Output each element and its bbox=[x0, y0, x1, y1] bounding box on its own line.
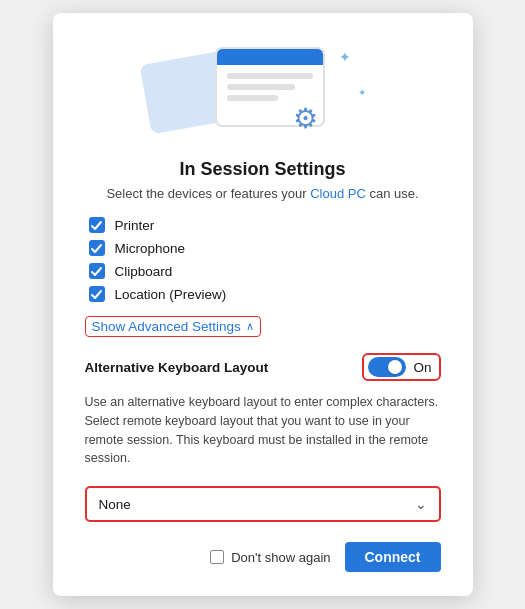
toggle-track bbox=[368, 357, 406, 377]
sparkle-icon: ✦ bbox=[339, 49, 351, 65]
show-advanced-label: Show Advanced Settings bbox=[92, 319, 241, 334]
checkbox-printer[interactable] bbox=[89, 217, 105, 233]
sparkle-icon: ✦ bbox=[358, 87, 366, 98]
gear-icon: ⚙ bbox=[293, 102, 318, 135]
checkbox-clipboard[interactable] bbox=[89, 263, 105, 279]
dropdown-inner[interactable]: None ⌄ bbox=[87, 488, 439, 520]
checkbox-label-clipboard: Clipboard bbox=[115, 264, 173, 279]
checkbox-location[interactable] bbox=[89, 286, 105, 302]
keyboard-layout-description: Use an alternative keyboard layout to en… bbox=[85, 393, 441, 468]
advanced-section: Alternative Keyboard Layout On Use an al… bbox=[85, 353, 441, 522]
dont-show-checkbox[interactable] bbox=[210, 550, 224, 564]
illus-line bbox=[227, 73, 313, 79]
toggle-label: On bbox=[413, 360, 431, 375]
subtitle-pre: Select the devices or features your bbox=[106, 186, 310, 201]
checkbox-label-printer: Printer bbox=[115, 218, 155, 233]
dialog-footer: Don't show again Connect bbox=[85, 542, 441, 572]
keyboard-layout-dropdown-container[interactable]: None ⌄ bbox=[85, 486, 441, 522]
checkbox-item-printer[interactable]: Printer bbox=[89, 217, 441, 233]
checkbox-label-location: Location (Preview) bbox=[115, 287, 227, 302]
checkbox-label-microphone: Microphone bbox=[115, 241, 186, 256]
illus-line bbox=[227, 84, 296, 90]
checkbox-microphone[interactable] bbox=[89, 240, 105, 256]
toggle-area[interactable]: On bbox=[362, 353, 440, 381]
dropdown-value: None bbox=[99, 497, 131, 512]
connect-button[interactable]: Connect bbox=[345, 542, 441, 572]
illus-line bbox=[227, 95, 279, 101]
illus-window-lines bbox=[217, 65, 323, 101]
cloud-pc-link[interactable]: Cloud PC bbox=[310, 186, 366, 201]
device-checkbox-list: Printer Microphone Clipboard Location (P… bbox=[85, 217, 441, 302]
illus-window-bar bbox=[217, 49, 323, 65]
keyboard-layout-row: Alternative Keyboard Layout On bbox=[85, 353, 441, 381]
dont-show-label: Don't show again bbox=[231, 550, 330, 565]
chevron-down-icon: ⌄ bbox=[415, 496, 427, 512]
show-advanced-settings-button[interactable]: Show Advanced Settings ∧ bbox=[85, 316, 261, 337]
checkbox-item-location[interactable]: Location (Preview) bbox=[89, 286, 441, 302]
dialog-title: In Session Settings bbox=[85, 159, 441, 180]
checkbox-item-microphone[interactable]: Microphone bbox=[89, 240, 441, 256]
subtitle-post: can use. bbox=[366, 186, 419, 201]
chevron-up-icon: ∧ bbox=[246, 320, 254, 333]
dont-show-again-option[interactable]: Don't show again bbox=[210, 550, 330, 565]
dialog-subtitle: Select the devices or features your Clou… bbox=[85, 186, 441, 201]
dialog-illustration: ⚙ ✦ ✦ bbox=[85, 37, 441, 147]
toggle-thumb bbox=[388, 360, 402, 374]
in-session-settings-dialog: ⚙ ✦ ✦ In Session Settings Select the dev… bbox=[53, 13, 473, 596]
keyboard-layout-label: Alternative Keyboard Layout bbox=[85, 360, 269, 375]
checkbox-item-clipboard[interactable]: Clipboard bbox=[89, 263, 441, 279]
toggle-switch[interactable] bbox=[368, 357, 406, 377]
